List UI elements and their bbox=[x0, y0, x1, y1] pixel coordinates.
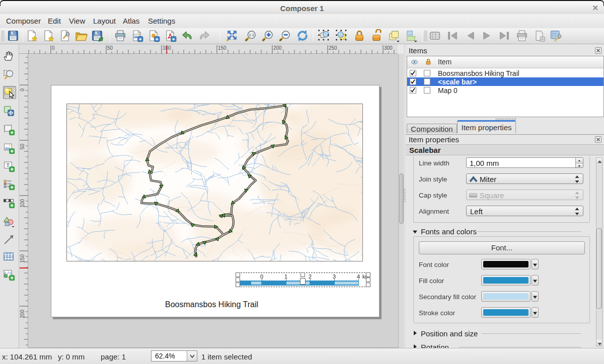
svg-text:50: 50 bbox=[107, 45, 113, 51]
svg-text:200: 200 bbox=[20, 310, 25, 318]
svg-text:150: 150 bbox=[218, 45, 226, 51]
svg-text:300: 300 bbox=[384, 45, 393, 51]
svg-text:T: T bbox=[7, 162, 10, 168]
svg-text:200: 200 bbox=[273, 45, 282, 51]
svg-text:0: 0 bbox=[52, 45, 55, 51]
svg-text:250: 250 bbox=[329, 45, 337, 51]
svg-text:0: 0 bbox=[20, 88, 25, 92]
svg-text:1:1: 1:1 bbox=[249, 33, 254, 37]
svg-text:150: 150 bbox=[20, 254, 25, 263]
svg-text:100: 100 bbox=[163, 45, 171, 51]
svg-text:50: 50 bbox=[20, 144, 25, 150]
svg-text:100: 100 bbox=[20, 199, 25, 208]
